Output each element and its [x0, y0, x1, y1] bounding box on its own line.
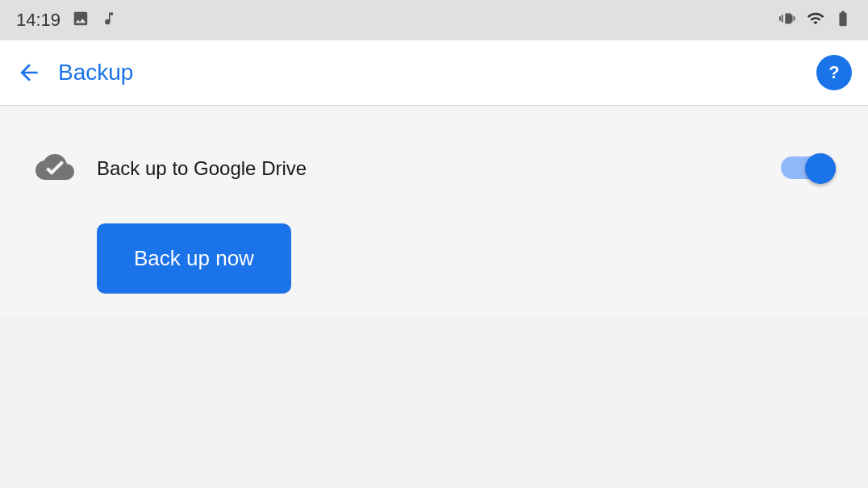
content-area: Back up to Google Drive Back up now	[0, 106, 868, 318]
battery-icon	[834, 10, 852, 31]
status-time: 14:19	[16, 10, 61, 31]
app-bar: Backup ?	[0, 40, 868, 105]
google-drive-setting-row: Back up to Google Drive	[16, 130, 852, 207]
backup-now-button[interactable]: Back up now	[97, 223, 291, 294]
wifi-icon	[807, 10, 824, 31]
backup-now-section: Back up now	[16, 207, 852, 294]
page-title: Backup	[58, 60, 816, 86]
vibrate-icon	[779, 10, 797, 31]
help-button[interactable]: ?	[816, 55, 852, 90]
status-bar: 14:19	[0, 0, 868, 40]
music-icon	[101, 10, 117, 31]
google-drive-label: Back up to Google Drive	[97, 157, 762, 180]
help-icon: ?	[828, 62, 839, 83]
google-drive-toggle[interactable]	[781, 153, 836, 184]
status-right	[779, 10, 852, 31]
photo-icon	[72, 10, 90, 31]
back-button[interactable]	[16, 60, 42, 86]
toggle-thumb	[805, 153, 836, 184]
cloud-icon	[32, 146, 77, 191]
status-left: 14:19	[16, 10, 117, 31]
